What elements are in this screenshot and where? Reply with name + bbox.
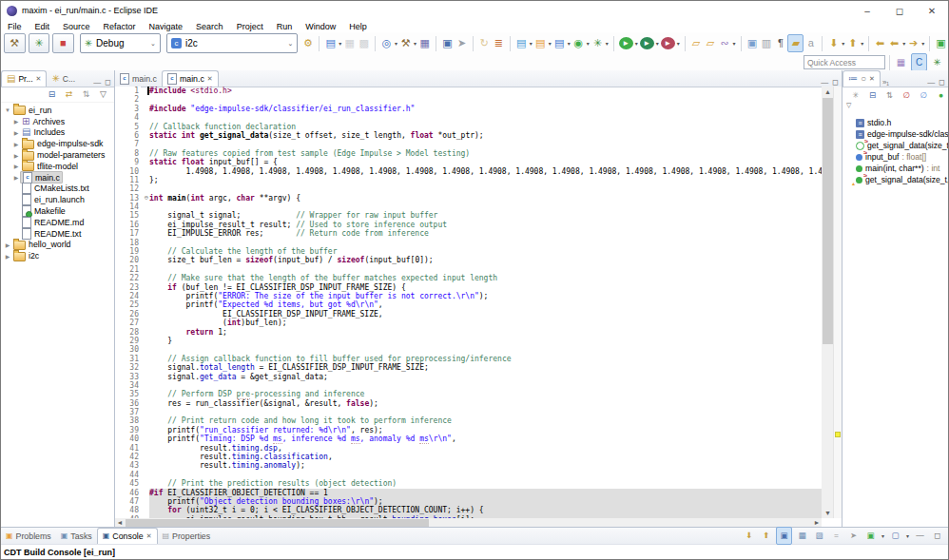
select-element-button[interactable]: ➤ xyxy=(846,528,861,544)
minimize-panel-icon[interactable]: — xyxy=(821,78,828,87)
minimize-button[interactable]: — xyxy=(913,528,927,544)
chevron-collapsed-icon[interactable]: ▶ xyxy=(4,253,11,260)
tree-item-readme.txt[interactable]: README.txt xyxy=(1,228,114,240)
tab-secondary-view[interactable]: ✳ C... xyxy=(47,71,80,87)
tree-item-tflite-model[interactable]: ▶tflite-model xyxy=(1,161,114,172)
custom-filters-button[interactable]: ✳ xyxy=(848,87,862,104)
chevron-collapsed-icon[interactable]: ▶ xyxy=(12,152,20,159)
minimize-panel-icon[interactable]: — xyxy=(93,78,101,87)
show-line-numbers-button[interactable]: ▥ xyxy=(759,35,773,51)
link-with-editor-button[interactable]: ▣ xyxy=(745,35,759,51)
minimize-button[interactable]: – xyxy=(851,1,883,20)
forward-button[interactable]: ➔ xyxy=(906,35,920,51)
menu-navigate[interactable]: Navigate xyxy=(143,22,190,31)
close-icon[interactable]: ✕ xyxy=(146,532,152,540)
open-perspective-button[interactable]: ▦ xyxy=(894,54,908,70)
tree-item-i2c[interactable]: ▶i2c xyxy=(1,250,114,261)
maximize-button[interactable]: ◻ xyxy=(930,528,944,544)
chevron-expanded-icon[interactable]: ▼ xyxy=(4,107,11,113)
editor-tab-main.c-1[interactable]: cmain.c✕ xyxy=(162,70,219,87)
search-button[interactable]: ∾ xyxy=(718,35,732,51)
run-button[interactable]: ► xyxy=(619,37,633,49)
maximize-button[interactable]: ◻ xyxy=(883,1,916,20)
close-button[interactable]: ✕ xyxy=(916,1,948,20)
menu-refactor[interactable]: Refactor xyxy=(97,22,143,31)
display-console-button[interactable]: ▢ xyxy=(888,528,902,544)
menu-file[interactable]: File xyxy=(1,22,29,31)
more-views-indicator[interactable]: »₁ xyxy=(881,78,889,87)
outline-item[interactable]: ≡stdio.h xyxy=(842,117,948,128)
quick-access-input[interactable] xyxy=(804,55,885,69)
tree-item-ei_run[interactable]: ▼ei_run xyxy=(1,105,114,116)
sort-button[interactable]: ⇅ xyxy=(882,87,897,104)
tree-item-hello_world[interactable]: ▶hello_world xyxy=(1,240,114,251)
fold-collapse-icon[interactable]: ⊖ xyxy=(145,194,148,203)
tree-item-model-parameters[interactable]: ▶model-parameters xyxy=(1,149,114,161)
outline-item[interactable]: Sget_signal_data(size_t, si xyxy=(842,140,948,151)
external-tools-button[interactable]: ✳ xyxy=(591,35,605,51)
outline-view-menu[interactable]: ▽ xyxy=(842,102,948,111)
maximize-panel-icon[interactable]: ◻ xyxy=(832,78,839,87)
mark-occurrences-button[interactable]: ▰ xyxy=(787,34,804,52)
open-console-button[interactable]: ▣ xyxy=(440,35,455,51)
tab-project-explorer[interactable]: ▤ Pr... ✕ xyxy=(1,70,47,87)
pin-editor-button[interactable]: ▣ xyxy=(934,35,948,51)
clear-console-button[interactable]: ▨ xyxy=(812,528,826,544)
collapse-all-button[interactable]: ⊟ xyxy=(45,87,59,103)
outline-item[interactable]: Sinput_buf : float[] xyxy=(842,151,948,163)
scroll-lock-up-button[interactable]: ⬆ xyxy=(759,528,773,544)
menu-run[interactable]: Run xyxy=(270,22,300,31)
open-element-button[interactable]: ▱ xyxy=(704,35,718,51)
open-console-button[interactable]: ▣ xyxy=(863,528,878,544)
new-wizard-button[interactable]: ▤ xyxy=(323,35,338,51)
word-wrap-button[interactable]: = xyxy=(829,528,843,544)
focus-button[interactable]: ⇅ xyxy=(79,87,93,103)
generate-code-button[interactable]: ◉ xyxy=(571,35,586,51)
minimize-panel-icon[interactable]: — xyxy=(927,78,935,87)
tab-properties[interactable]: ▤Properties xyxy=(158,529,216,544)
tree-item-includes[interactable]: ▶▤Includes xyxy=(1,127,114,139)
debug-button[interactable]: ✳ xyxy=(29,33,50,53)
code-viewport[interactable]: 12345678910111213⊖1415161718192021222324… xyxy=(115,87,822,518)
debug-configuration-combo[interactable]: ✳Debug⌄ xyxy=(80,33,161,53)
new-c-project-button[interactable]: ▤ xyxy=(552,35,567,51)
new-source-file-button[interactable]: ▤ xyxy=(514,35,529,51)
tab-console[interactable]: ▣Console✕ xyxy=(97,528,158,544)
cpp-perspective-button[interactable]: C xyxy=(911,53,927,71)
close-icon[interactable]: ✕ xyxy=(207,75,213,83)
tab-outline[interactable]: ≔ ○ ✕ xyxy=(842,70,881,87)
skip-breakpoints-button[interactable]: ◎ xyxy=(379,35,394,51)
view-menu-button[interactable]: ▽ xyxy=(96,87,110,103)
chevron-collapsed-icon[interactable]: ▶ xyxy=(12,174,20,181)
tab-tasks[interactable]: ▣Tasks xyxy=(56,529,97,544)
menu-search[interactable]: Search xyxy=(189,22,230,31)
overview-ruler[interactable] xyxy=(833,87,842,518)
terminal-settings-button[interactable]: ≣ xyxy=(492,35,506,51)
tree-item-makefile[interactable]: Makefile xyxy=(1,205,114,217)
back-button[interactable]: ⬅ xyxy=(887,35,901,51)
vertical-scroll-thumb[interactable] xyxy=(823,98,833,344)
annotation-marker[interactable] xyxy=(835,432,841,437)
build-project-button[interactable]: ⚒ xyxy=(398,35,413,51)
coverage-button[interactable]: ► xyxy=(661,37,675,49)
build-button[interactable]: ⚒ xyxy=(4,33,26,53)
tree-item-main.c[interactable]: ▶cmain.c xyxy=(1,172,114,183)
tab-problems[interactable]: ▣Problems xyxy=(1,529,56,544)
profile-button[interactable]: ► xyxy=(640,37,654,49)
previous-annotation-button[interactable]: ⬆ xyxy=(845,35,860,51)
tree-item-edge-impulse-sdk[interactable]: ▶edge-impulse-sdk xyxy=(1,138,114,149)
chevron-collapsed-icon[interactable]: ▶ xyxy=(12,141,20,147)
hide-static-button[interactable]: ∅ xyxy=(917,87,931,104)
tree-item-ei_run.launch[interactable]: ei_run.launch xyxy=(1,194,114,205)
menu-source[interactable]: Source xyxy=(56,22,97,31)
hide-fields-button[interactable]: ∅ xyxy=(900,87,914,104)
new-class-button[interactable]: ▤ xyxy=(533,35,548,51)
launch-target-combo[interactable]: ci2c⌄ xyxy=(166,33,298,53)
menu-help[interactable]: Help xyxy=(342,22,374,31)
stop-button[interactable]: ■ xyxy=(52,33,74,53)
hide-non-public-button[interactable]: ● xyxy=(934,87,948,104)
show-whitespace-button[interactable]: ¶ xyxy=(773,35,787,51)
chevron-collapsed-icon[interactable]: ▶ xyxy=(12,118,20,125)
link-with-editor-button[interactable]: ⇄ xyxy=(62,87,76,103)
editor-tab-main.c-0[interactable]: cmain.c xyxy=(115,71,162,87)
